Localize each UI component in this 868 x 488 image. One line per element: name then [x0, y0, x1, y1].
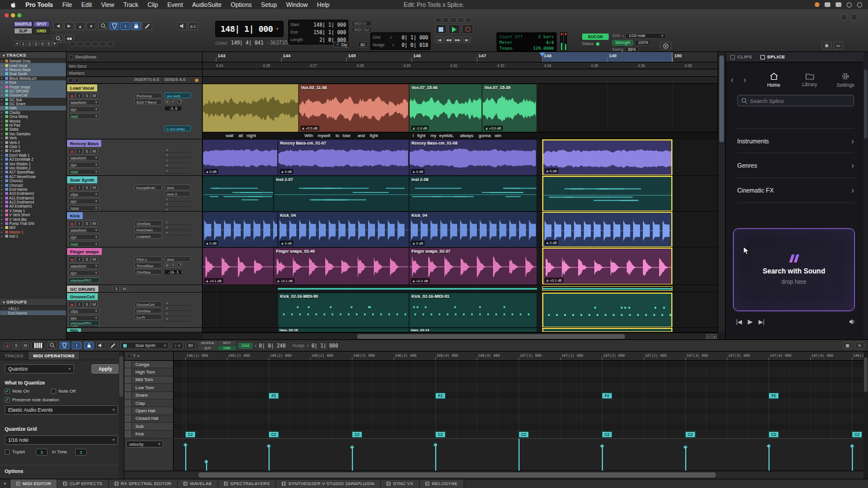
zoom-preset-2[interactable]: 2 — [27, 40, 32, 46]
midi-nudge-value[interactable]: 0| 1| 000 — [311, 343, 338, 349]
track-list-item-a17-neverknow[interactable]: ▸A17 NeverKnow — [0, 175, 66, 179]
record-enable-button[interactable] — [68, 220, 75, 227]
track-expand-icon[interactable]: ▸ — [1, 132, 4, 135]
mute-button[interactable]: M — [121, 286, 128, 292]
audio-zoom-button[interactable]: ▲ — [75, 22, 85, 30]
clip-kick-04[interactable]: Kick_040 dB — [278, 212, 409, 247]
clip[interactable]: +0.1 dB — [542, 247, 672, 284]
midi-edit-mode-slip[interactable]: SLIP — [198, 346, 217, 350]
midi-note-c2[interactable]: C2 — [852, 431, 862, 438]
clip-finger-snaps-02-37[interactable]: Finger snaps_02-37+0.1 dB — [409, 247, 537, 284]
drum-key-cell[interactable] — [124, 407, 132, 414]
track-lane-lead-vocal[interactable]: Vox.03_11-08+5.5 dBVox.07_15-46-1.0 dBVo… — [203, 84, 718, 139]
view-selector[interactable]: waveform▾ — [68, 155, 100, 161]
send-slot-verb[interactable]: Verb — [164, 184, 191, 190]
lyric-word[interactable]: night — [247, 133, 256, 138]
send-slot-letter-a[interactable]: a — [164, 148, 191, 153]
notation-view-button[interactable] — [31, 342, 45, 349]
midi-note-c2[interactable]: C2 — [768, 431, 779, 438]
track-list-item-verb[interactable]: ▸Verb — [0, 136, 66, 140]
track-expand-icon[interactable]: ▸ — [1, 162, 4, 165]
drum-key-cell[interactable] — [124, 400, 132, 406]
midi-speaker-icon[interactable] — [96, 342, 106, 349]
delay-compensation-toggle[interactable]: ✓Dly — [333, 42, 350, 47]
checkbox-note-on[interactable]: ✓Note On — [5, 389, 30, 394]
min-secs-ruler[interactable]: Min:Secs 4:244:254:274:284:294:314:324:3… — [67, 62, 718, 69]
track-expand-icon[interactable]: ▸ — [1, 235, 4, 238]
tab-to-transient-button[interactable] — [92, 42, 98, 47]
track-expand-icon[interactable]: ▸ — [1, 213, 4, 216]
clip-hats-02-18[interactable]: Hats_02-18 — [278, 328, 409, 332]
clip[interactable]: 0 dB — [203, 212, 278, 247]
control-center-icon[interactable] — [847, 2, 852, 8]
forward-icon[interactable]: › — [738, 75, 751, 84]
menu-item-edit[interactable]: Edit — [77, 1, 97, 8]
track-expand-icon[interactable]: ▸ — [1, 145, 4, 148]
send-slot-letter-d[interactable]: d — [164, 225, 191, 230]
track-expand-icon[interactable]: ▸ — [1, 136, 4, 139]
lyric-word[interactable]: always — [460, 133, 473, 138]
track-list-item-orca-string[interactable]: ▸Orca String — [0, 114, 66, 119]
track-expand-icon[interactable]: ▸ — [1, 154, 4, 157]
send-slot-letter-d[interactable]: d — [164, 164, 191, 168]
splice-search-box[interactable] — [737, 95, 854, 106]
track-list-item-a3-dontwalk-2[interactable]: ▸A3 DontWalk 2 — [0, 157, 66, 161]
velocity-lane[interactable] — [174, 438, 863, 471]
edit-vertical-scrollbar[interactable] — [718, 52, 725, 332]
volume-icon[interactable] — [849, 319, 856, 325]
eucon-badge[interactable]: EUCON — [582, 34, 609, 40]
record-enable-button[interactable] — [68, 148, 75, 154]
track-expand-icon[interactable]: ▸ — [1, 102, 4, 105]
mute-button[interactable]: M — [91, 93, 98, 99]
track-expand-icon[interactable]: ▸ — [1, 218, 4, 221]
midi-note-c2[interactable]: C2 — [602, 431, 612, 438]
midi-left-scrollbar[interactable] — [119, 352, 124, 479]
splice-search-input[interactable] — [750, 98, 850, 104]
search-with-sound-dropzone[interactable]: Search with Sound drop here — [733, 228, 855, 311]
apple-menu-icon[interactable] — [6, 2, 21, 8]
midi-pencil-tool-button[interactable] — [108, 342, 118, 349]
edit-mode-shuffle[interactable]: SHUFFLE — [14, 21, 32, 27]
grabber-tool-button[interactable] — [131, 22, 141, 30]
clip[interactable] — [203, 176, 274, 211]
edit-horizontal-scrollbar[interactable]: −+ — [203, 332, 718, 339]
drum-row-kick[interactable]: Kick — [124, 431, 173, 438]
velocity-stem[interactable] — [768, 446, 770, 471]
track-header-hats[interactable]: Hats — [67, 328, 203, 332]
midi-note-f2[interactable]: F2 — [269, 393, 279, 399]
midi-zoom-button[interactable]: ▼ — [86, 22, 96, 30]
checkbox-preserve-note-duration[interactable]: ✓Preserve note duration — [5, 397, 59, 402]
track-expand-icon[interactable]: ▸ — [1, 222, 4, 225]
menu-item-window[interactable]: Window — [282, 1, 312, 8]
counter-dropdown-icon[interactable]: ▾ — [277, 27, 279, 31]
midi-track-selector[interactable]: Soar Synth▾ — [120, 342, 169, 349]
send-slot-letter-b[interactable]: b — [164, 306, 191, 311]
midi-solo-button[interactable]: S — [13, 342, 20, 349]
send-slot-vox-delay[interactable]: bvox delay — [164, 125, 191, 131]
default-velocity-chip[interactable]: 80 — [186, 342, 196, 349]
default-note-duration-select[interactable]: ♪▾ — [171, 342, 183, 349]
edit-mode-slip[interactable]: SLIP — [14, 28, 32, 34]
automation-mode-selector[interactable]: read▾ — [68, 169, 100, 175]
tracks-panel-title[interactable]: ▾ TRACKS — [0, 52, 66, 59]
splice-scrollbar[interactable] — [863, 52, 868, 339]
input-monitor-button[interactable]: I — [76, 301, 83, 308]
midi-tab-tracks[interactable]: TRACKS — [0, 352, 28, 360]
play-button[interactable] — [448, 24, 460, 34]
mute-button[interactable]: M — [91, 301, 98, 308]
drum-key-cell[interactable] — [124, 415, 132, 422]
track-list-item-click-1[interactable]: ▸Click 1 — [0, 145, 66, 149]
track-list-item-pump-that-shit[interactable]: ▸Pump That Shit — [0, 221, 66, 225]
lyric-word[interactable]: all — [238, 133, 243, 138]
track-expand-icon[interactable]: ▸ — [1, 192, 4, 195]
automation-mode-selector[interactable]: none▾ — [68, 205, 100, 211]
midi-note-f2[interactable]: F2 — [602, 393, 612, 399]
strength-value[interactable]: 100% — [635, 40, 651, 46]
menu-item-setup[interactable]: Setup — [256, 1, 281, 8]
automation-mode-selector[interactable]: read▾ — [68, 241, 100, 247]
automation-mode-selector[interactable]: read▾ — [68, 113, 100, 119]
send-slot-verb-2[interactable]: Verb 2 — [164, 191, 191, 197]
edit-mode-spot[interactable]: SPOT — [33, 21, 50, 27]
track-lane-kick[interactable]: 0 dBKick_040 dBKick_040 dB0 dB — [203, 212, 718, 247]
zoom-in-mini-button[interactable]: + — [712, 334, 717, 339]
